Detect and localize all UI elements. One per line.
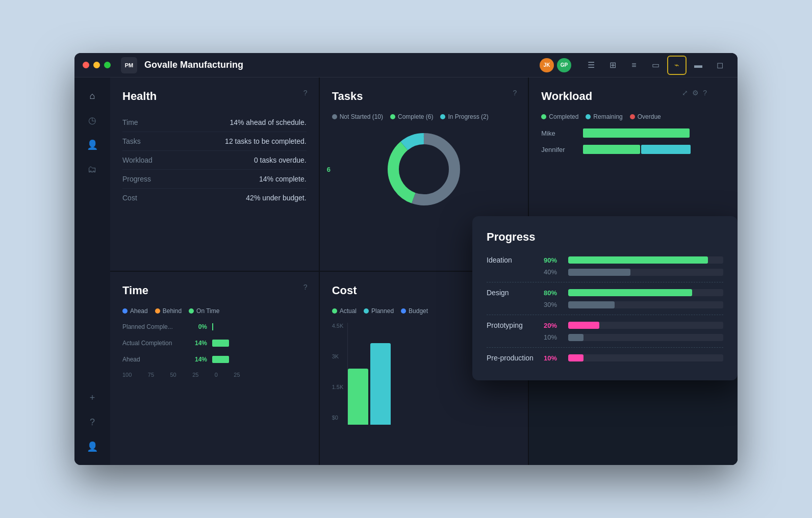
actual-bar-wrap [212,339,307,347]
time-row-ahead: Ahead 14% [122,355,307,364]
toolbar-align[interactable]: ≡ [624,56,644,75]
divider-3 [487,347,723,348]
progress-row-prototyping: Prototyping 20% [487,321,723,329]
donut-label-left: 6 [327,166,331,173]
maximize-button[interactable] [104,62,111,68]
app-window: PM Govalle Manufacturing JK GP ☰ ⊞ ≡ ▭ ⌁… [74,53,738,465]
health-row-cost: Cost 42% under budget. [122,189,307,207]
progress-section-design: Design 80% 30% [487,289,723,308]
design-sub-bar-fill [568,301,615,308]
toolbar-doc[interactable]: ◻ [710,56,729,75]
time-axis: 100 75 50 25 0 25 [122,372,307,378]
ideation-bar-fill [568,256,708,264]
sidebar-add[interactable]: + [82,387,103,408]
pct-preproduction: 10% [544,354,562,362]
y-45k: 4.5K [332,323,344,329]
toolbar-list[interactable]: ☰ [581,56,601,75]
progress-overlay-title: Progress [487,230,723,244]
prototyping-sub-bar-fill [568,334,583,341]
progress-row-ideation: Ideation 90% [487,256,723,264]
axis-0: 0 [215,372,218,378]
on-time-dot [189,308,194,314]
phase-preproduction: Pre-production [487,354,538,362]
mike-completed-bar [583,128,690,138]
toolbar-table[interactable]: ▭ [646,56,665,75]
workload-name-mike: Mike [541,130,577,137]
complete-dot [390,114,395,119]
in-progress-dot [440,114,445,119]
design-sub-bar-bg [568,301,723,308]
sub-pct-design: 30% [544,301,562,308]
pct-ideation: 90% [544,256,562,264]
progress-row-design: Design 80% [487,289,723,297]
cost-y-axis: 4.5K 3K 1.5K $0 [332,323,344,425]
health-label-cost: Cost [122,194,137,202]
avatar-group: JK GP [540,58,571,72]
tasks-help[interactable]: ? [513,89,517,97]
time-row-actual: Actual Completion 14% [122,339,307,347]
help-icon[interactable]: ? [703,89,707,97]
ahead-bar-wrap [212,355,307,364]
toolbar-calendar[interactable]: ▬ [689,56,708,75]
remaining-dot [586,114,591,119]
sidebar-home[interactable]: ⌂ [82,86,103,106]
sidebar-time[interactable]: ◷ [82,110,103,131]
health-label-progress: Progress [122,175,151,183]
settings-icon[interactable]: ⚙ [692,89,699,97]
health-label-tasks: Tasks [122,137,141,145]
workload-name-jennifer: Jennifer [541,146,577,153]
time-legend: Ahead Behind On Time [122,307,307,315]
time-label-planned: Planned Comple... [122,323,184,330]
design-bar-fill [568,289,692,296]
avatar-gp[interactable]: GP [557,58,571,72]
planned-bar-zero [212,323,213,330]
y-0: $0 [332,415,344,421]
behind-dot [155,308,160,314]
avatar-jk[interactable]: JK [540,58,554,72]
sidebar-avatar[interactable]: 👤 [82,436,103,457]
axis-50: 50 [170,372,176,378]
health-row-time: Time 14% ahead of schedule. [122,113,307,132]
sidebar-files[interactable]: 🗂 [82,159,103,179]
axis-100: 100 [122,372,132,378]
progress-section-ideation: Ideation 90% 40% [487,256,723,276]
phase-ideation: Ideation [487,256,538,264]
ideation-sub-bar-bg [568,269,723,276]
legend-completed: Completed [541,113,578,120]
pct-prototyping: 20% [544,322,562,329]
toolbar-chart[interactable]: ⊞ [603,56,622,75]
legend-in-progress: In Progress (2) [440,113,488,120]
close-button[interactable] [83,62,89,68]
time-label-ahead: Ahead [122,356,184,363]
progress-section-prototyping: Prototyping 20% 10% [487,321,723,341]
actual-bar [212,340,229,347]
axis-75: 75 [148,372,154,378]
sidebar-people[interactable]: 👤 [82,135,103,155]
cost-bar-group-1 [348,369,368,425]
time-value-actual: 14% [189,340,207,347]
tasks-title: Tasks [332,90,516,103]
tasks-legend: Not Started (10) Complete (6) In Progres… [332,113,516,120]
health-row-workload: Workload 0 tasks overdue. [122,151,307,170]
health-value-tasks: 12 tasks to be completed. [225,137,307,145]
donut-chart [383,128,465,210]
toolbar-pulse[interactable]: ⌁ [667,56,687,75]
traffic-lights [83,62,111,68]
sidebar-help[interactable]: ? [82,412,103,432]
progress-row-preproduction: Pre-production 10% [487,354,723,362]
donut-container: 2 6 [332,128,516,210]
prototyping-bar-bg [568,322,723,329]
prototyping-bar-fill [568,322,599,329]
y-15k: 1.5K [332,384,344,390]
workload-row-mike: Mike [541,128,725,138]
pct-design: 80% [544,289,562,297]
time-help[interactable]: ? [303,283,308,291]
time-value-ahead: 14% [189,356,207,363]
minimize-button[interactable] [93,62,100,68]
sub-pct-ideation: 40% [544,268,562,276]
health-help[interactable]: ? [303,89,308,97]
planned-bar-wrap [212,323,307,331]
expand-icon[interactable]: ⤢ [682,89,688,97]
legend-remaining: Remaining [586,113,622,120]
sub-pct-prototyping: 10% [544,333,562,341]
